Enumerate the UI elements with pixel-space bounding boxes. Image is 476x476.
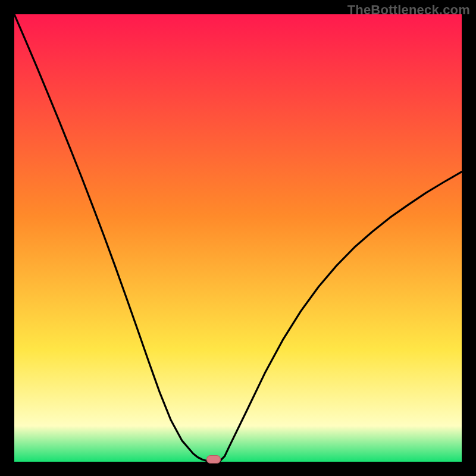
bottleneck-marker (206, 455, 221, 464)
gradient-bg (14, 14, 462, 462)
bottleneck-chart (14, 14, 462, 462)
watermark-text: TheBottleneck.com (347, 2, 470, 18)
chart-frame: TheBottleneck.com (0, 0, 476, 476)
